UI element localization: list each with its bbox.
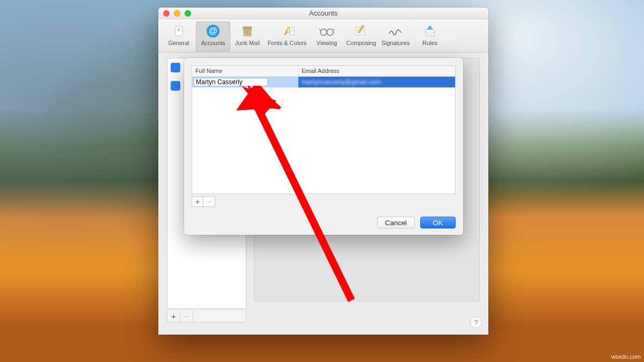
tab-junk-mail[interactable]: Junk Mail	[230, 21, 265, 51]
table-header-row: Full Name Email Address	[192, 66, 455, 77]
tab-label: Viewing	[317, 40, 337, 46]
svg-point-14	[327, 29, 333, 35]
cancel-button[interactable]: Cancel	[377, 217, 415, 228]
glasses-icon	[319, 24, 335, 39]
tab-signatures[interactable]: Signatures	[378, 21, 413, 51]
signature-icon	[387, 24, 404, 39]
tab-general[interactable]: General	[162, 21, 196, 51]
table-row[interactable]: martyncasserly@gmail.com	[192, 77, 455, 87]
tab-label: Accounts	[201, 40, 225, 46]
addresses-table: Full Name Email Address martyncasserly@g…	[192, 65, 456, 194]
svg-line-16	[333, 28, 334, 31]
trash-icon	[239, 24, 255, 39]
close-icon[interactable]	[163, 10, 170, 17]
help-button[interactable]: ?	[470, 316, 482, 328]
column-header-full-name[interactable]: Full Name	[192, 66, 298, 76]
svg-rect-5	[243, 27, 252, 29]
minimize-icon[interactable]	[174, 10, 180, 17]
tab-label: Composing	[346, 40, 376, 46]
switch-icon	[171, 24, 187, 39]
ok-button[interactable]: OK	[420, 217, 456, 228]
svg-text:@: @	[209, 26, 217, 35]
preferences-toolbar: General @ Accounts Junk Mail A Fonts & C…	[158, 19, 488, 53]
full-name-input[interactable]	[194, 78, 268, 86]
tab-label: General	[168, 40, 189, 46]
full-name-cell[interactable]	[192, 77, 298, 87]
sheet-button-row: Cancel OK	[377, 217, 456, 228]
svg-point-13	[320, 29, 327, 35]
at-icon: @	[205, 24, 221, 39]
add-address-button[interactable]: +	[192, 196, 203, 207]
email-address-value: martyncasserly@gmail.com	[302, 78, 381, 86]
svg-line-15	[319, 28, 320, 31]
titlebar: Accounts	[158, 8, 488, 19]
pencil-icon	[353, 24, 369, 39]
tab-label: Rules	[422, 40, 437, 46]
tab-label: Junk Mail	[235, 40, 260, 46]
rules-icon	[422, 24, 438, 39]
add-account-button[interactable]: +	[167, 311, 180, 322]
tab-accounts[interactable]: @ Accounts	[196, 21, 230, 51]
tab-label: Fonts & Colors	[268, 40, 307, 46]
traffic-lights	[163, 10, 191, 17]
sheet-add-remove: + −	[192, 196, 215, 207]
tab-rules[interactable]: Rules	[413, 21, 447, 51]
tab-viewing[interactable]: Viewing	[310, 21, 344, 51]
column-header-email[interactable]: Email Address	[298, 66, 455, 76]
tab-composing[interactable]: Composing	[344, 21, 378, 51]
tab-label: Signatures	[382, 40, 410, 46]
window-title: Accounts	[158, 9, 488, 17]
sidebar-add-remove: + −	[167, 311, 246, 322]
watermark-text: wsxdn.com	[611, 353, 641, 360]
email-cell[interactable]: martyncasserly@gmail.com	[298, 77, 455, 87]
remove-address-button[interactable]: −	[203, 196, 215, 207]
email-addresses-sheet: Full Name Email Address martyncasserly@g…	[184, 58, 463, 235]
account-badge-icon	[171, 81, 180, 91]
svg-rect-1	[177, 28, 180, 31]
zoom-icon[interactable]	[185, 10, 191, 17]
tab-fonts-colors[interactable]: A Fonts & Colors	[265, 21, 310, 51]
fonts-icon: A	[279, 24, 295, 39]
account-badge-icon	[171, 63, 180, 72]
remove-account-button[interactable]: −	[180, 311, 193, 322]
